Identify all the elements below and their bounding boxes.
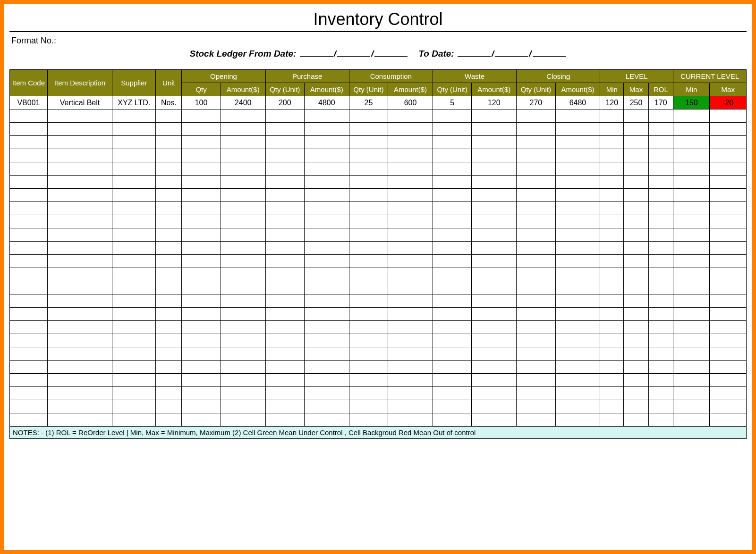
empty-cell[interactable] [304, 136, 349, 149]
empty-cell[interactable] [710, 215, 747, 228]
empty-cell[interactable] [673, 109, 710, 123]
empty-cell[interactable] [182, 228, 221, 242]
empty-cell[interactable] [112, 308, 156, 321]
empty-cell[interactable] [388, 136, 433, 149]
empty-cell[interactable] [349, 215, 388, 228]
empty-cell[interactable] [472, 149, 517, 162]
empty-cell[interactable] [517, 334, 555, 347]
cell-unit[interactable]: Nos. [156, 96, 182, 109]
empty-cell[interactable] [265, 242, 304, 255]
empty-cell[interactable] [10, 109, 48, 123]
empty-cell[interactable] [555, 334, 600, 347]
empty-cell[interactable] [156, 255, 182, 268]
empty-cell[interactable] [304, 176, 349, 189]
empty-cell[interactable] [349, 268, 388, 281]
empty-cell[interactable] [472, 400, 517, 413]
empty-cell[interactable] [10, 215, 48, 228]
empty-cell[interactable] [221, 162, 265, 176]
empty-cell[interactable] [433, 387, 471, 400]
empty-cell[interactable] [156, 387, 182, 400]
empty-cell[interactable] [388, 109, 433, 123]
empty-cell[interactable] [433, 413, 471, 427]
empty-cell[interactable] [555, 162, 600, 176]
empty-cell[interactable] [673, 334, 710, 347]
empty-cell[interactable] [47, 162, 112, 176]
empty-cell[interactable] [710, 374, 747, 387]
empty-cell[interactable] [112, 123, 156, 136]
empty-cell[interactable] [304, 189, 349, 202]
empty-cell[interactable] [472, 189, 517, 202]
empty-cell[interactable] [517, 374, 555, 387]
empty-cell[interactable] [517, 228, 555, 242]
empty-cell[interactable] [710, 202, 747, 215]
empty-cell[interactable] [648, 361, 673, 374]
empty-cell[interactable] [555, 215, 600, 228]
empty-cell[interactable] [112, 294, 156, 308]
empty-cell[interactable] [221, 347, 265, 361]
empty-cell[interactable] [624, 215, 648, 228]
empty-cell[interactable] [555, 387, 600, 400]
empty-cell[interactable] [156, 136, 182, 149]
cell-waste_qty[interactable]: 5 [433, 96, 471, 109]
empty-cell[interactable] [265, 294, 304, 308]
empty-cell[interactable] [555, 413, 600, 427]
empty-cell[interactable] [265, 347, 304, 361]
empty-cell[interactable] [265, 308, 304, 321]
cell-level_min[interactable]: 120 [600, 96, 624, 109]
empty-cell[interactable] [47, 387, 112, 400]
empty-cell[interactable] [517, 189, 555, 202]
empty-cell[interactable] [221, 255, 265, 268]
empty-cell[interactable] [156, 400, 182, 413]
to-date-blank-1[interactable] [458, 50, 491, 57]
empty-cell[interactable] [648, 281, 673, 294]
empty-cell[interactable] [555, 268, 600, 281]
empty-cell[interactable] [304, 215, 349, 228]
empty-cell[interactable] [156, 361, 182, 374]
empty-cell[interactable] [673, 228, 710, 242]
empty-cell[interactable] [624, 176, 648, 189]
empty-cell[interactable] [388, 361, 433, 374]
empty-cell[interactable] [472, 294, 517, 308]
empty-cell[interactable] [555, 361, 600, 374]
empty-cell[interactable] [517, 162, 555, 176]
empty-cell[interactable] [156, 294, 182, 308]
empty-cell[interactable] [624, 202, 648, 215]
empty-cell[interactable] [265, 268, 304, 281]
empty-cell[interactable] [265, 162, 304, 176]
empty-cell[interactable] [555, 136, 600, 149]
empty-cell[interactable] [112, 268, 156, 281]
empty-cell[interactable] [517, 321, 555, 334]
empty-cell[interactable] [648, 215, 673, 228]
empty-cell[interactable] [673, 294, 710, 308]
empty-cell[interactable] [673, 387, 710, 400]
empty-cell[interactable] [112, 136, 156, 149]
empty-cell[interactable] [156, 321, 182, 334]
empty-cell[interactable] [472, 387, 517, 400]
empty-cell[interactable] [433, 136, 471, 149]
empty-cell[interactable] [710, 334, 747, 347]
empty-cell[interactable] [517, 281, 555, 294]
empty-cell[interactable] [388, 202, 433, 215]
empty-cell[interactable] [388, 374, 433, 387]
from-date-blank-3[interactable] [374, 50, 408, 57]
empty-cell[interactable] [388, 215, 433, 228]
empty-cell[interactable] [265, 149, 304, 162]
empty-cell[interactable] [182, 109, 221, 123]
empty-cell[interactable] [624, 361, 648, 374]
empty-cell[interactable] [710, 189, 747, 202]
empty-cell[interactable] [673, 361, 710, 374]
empty-cell[interactable] [517, 400, 555, 413]
empty-cell[interactable] [710, 347, 747, 361]
empty-cell[interactable] [10, 281, 48, 294]
empty-cell[interactable] [624, 189, 648, 202]
empty-cell[interactable] [673, 162, 710, 176]
empty-cell[interactable] [624, 347, 648, 361]
empty-cell[interactable] [648, 255, 673, 268]
cell-closing_qty[interactable]: 270 [517, 96, 555, 109]
empty-cell[interactable] [433, 255, 471, 268]
empty-cell[interactable] [555, 255, 600, 268]
empty-cell[interactable] [112, 109, 156, 123]
empty-cell[interactable] [349, 294, 388, 308]
empty-cell[interactable] [624, 228, 648, 242]
empty-cell[interactable] [517, 202, 555, 215]
